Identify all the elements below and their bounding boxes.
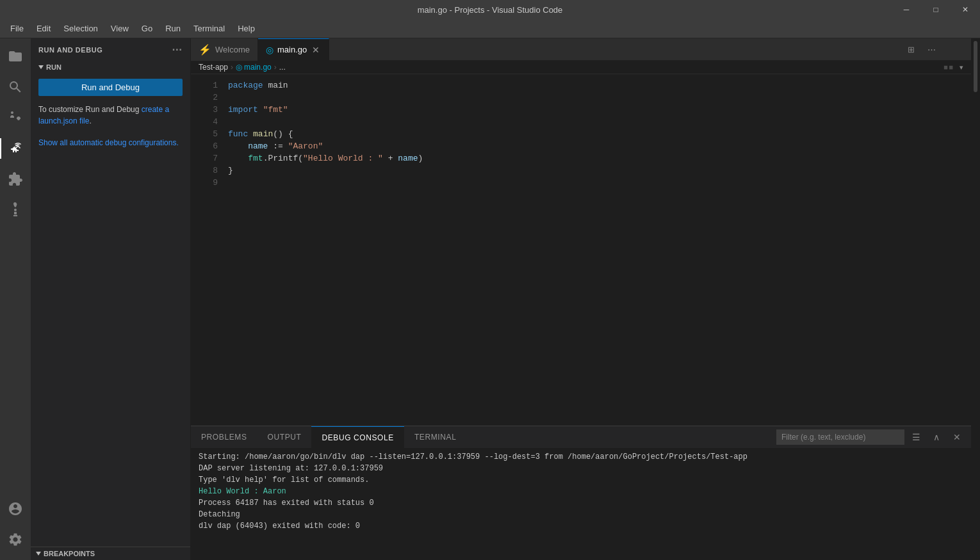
tab-main-go-label: main.go: [277, 45, 307, 54]
filter-input[interactable]: [776, 429, 904, 445]
activity-bar: [0, 38, 31, 560]
menu-edit[interactable]: Edit: [31, 22, 56, 35]
scrollbar-thumb[interactable]: [974, 41, 977, 92]
minimize-button[interactable]: ─: [892, 0, 921, 19]
tab-bar: ⚡ Welcome ◎ main.go ✕ ⊞ ⋯: [191, 38, 971, 61]
activity-account[interactable]: [0, 493, 31, 524]
breakpoints-chevron: [36, 552, 41, 556]
title-bar: main.go - Projects - Visual Studio Code …: [0, 0, 980, 19]
window-controls: ─ □ ✕: [892, 0, 980, 19]
breadcrumb-testapp[interactable]: Test-app: [199, 63, 228, 72]
activity-extensions[interactable]: [0, 164, 31, 195]
activity-source-control[interactable]: [0, 102, 31, 133]
panel-close-icon[interactable]: ✕: [948, 428, 966, 446]
title-text: main.go - Projects - Visual Studio Code: [418, 5, 563, 15]
tab-welcome[interactable]: ⚡ Welcome: [191, 38, 258, 61]
menu-selection[interactable]: Selection: [58, 22, 102, 35]
breadcrumb-go-icon: ◎: [236, 63, 242, 72]
panel-filter-icon[interactable]: ☰: [907, 428, 925, 446]
menu-go[interactable]: Go: [136, 22, 158, 35]
panel-tab-output[interactable]: OUTPUT: [257, 426, 312, 449]
console-line-6: Detaching: [199, 509, 963, 520]
menu-file[interactable]: File: [5, 22, 29, 35]
code-line-6: name := "Aaron": [223, 140, 971, 152]
console-line-3: Type 'dlv help' for list of commands.: [199, 474, 963, 486]
run-and-debug-button[interactable]: Run and Debug: [38, 79, 183, 96]
code-line-4: [223, 116, 971, 128]
menu-run[interactable]: Run: [160, 22, 186, 35]
tab-bar-actions: ⊞ ⋯: [902, 40, 945, 58]
minimap-icon: ≡≡: [943, 63, 954, 71]
breakpoints-label: BREAKPOINTS: [44, 550, 95, 557]
tab-welcome-icon: ⚡: [199, 44, 211, 56]
panel-tab-bar: PROBLEMS OUTPUT DEBUG CONSOLE TERMINAL ☰…: [191, 426, 971, 449]
sidebar-title: Run and Debug: [38, 46, 102, 54]
code-line-8: }: [223, 164, 971, 177]
line-numbers: 1 2 3 4 5 6 7 8 9: [191, 74, 223, 426]
activity-testing[interactable]: [0, 195, 31, 225]
show-debug-configurations-link[interactable]: Show all automatic debug configurations.: [38, 138, 179, 147]
more-actions-icon[interactable]: ⋯: [922, 40, 940, 58]
panel-content: Starting: /home/aaron/go/bin/dlv dap --l…: [191, 449, 971, 560]
run-section-label: RUN: [46, 63, 61, 71]
run-section-title[interactable]: RUN: [31, 61, 190, 74]
console-line-1: Starting: /home/aaron/go/bin/dlv dap --l…: [199, 451, 963, 463]
activity-search[interactable]: [0, 72, 31, 102]
code-line-1: package main: [223, 79, 971, 92]
sidebar-more-icon[interactable]: ⋯: [172, 44, 183, 56]
breakpoints-header[interactable]: BREAKPOINTS: [31, 547, 190, 560]
panel: PROBLEMS OUTPUT DEBUG CONSOLE TERMINAL ☰…: [191, 426, 971, 560]
activity-files[interactable]: [0, 41, 31, 72]
panel-tab-terminal[interactable]: TERMINAL: [404, 426, 466, 449]
console-line-2: DAP server listening at: 127.0.0.1:37959: [199, 463, 963, 474]
menu-terminal[interactable]: Terminal: [188, 22, 230, 35]
split-editor-icon[interactable]: ⊞: [902, 40, 920, 58]
panel-actions: ☰ ∧ ✕: [776, 428, 966, 446]
menu-bar: File Edit Selection View Go Run Terminal…: [0, 19, 980, 38]
tab-close-button[interactable]: ✕: [311, 45, 321, 55]
show-debug-text: Show all automatic debug configurations.: [31, 134, 190, 151]
code-content[interactable]: package main import "fmt" func main() { …: [223, 74, 971, 426]
panel-tab-problems[interactable]: PROBLEMS: [191, 426, 257, 449]
app-body: Run and Debug ⋯ RUN Run and Debug To cus…: [0, 38, 980, 560]
settings-breadcrumb-icon[interactable]: ▾: [960, 63, 963, 72]
run-section-chevron: [38, 65, 44, 69]
sidebar-header: Run and Debug ⋯: [31, 38, 190, 61]
code-editor[interactable]: 1 2 3 4 5 6 7 8 9 package main import "f…: [191, 74, 971, 426]
code-line-9: [223, 177, 971, 189]
scrollbar-area: [971, 38, 980, 560]
menu-view[interactable]: View: [106, 22, 134, 35]
close-button[interactable]: ✕: [951, 0, 980, 19]
code-line-3: import "fmt": [223, 104, 971, 116]
editor-area: ⚡ Welcome ◎ main.go ✕ ⊞ ⋯ Test-app › ◎ma…: [191, 38, 971, 560]
menu-help[interactable]: Help: [233, 22, 260, 35]
console-line-7: dlv dap (64043) exited with code: 0: [199, 520, 963, 532]
tab-main-go[interactable]: ◎ main.go ✕: [258, 38, 329, 61]
code-line-5: func main() {: [223, 128, 971, 140]
activity-bottom: [0, 493, 31, 560]
tab-welcome-label: Welcome: [215, 45, 250, 54]
panel-tab-debug-console[interactable]: DEBUG CONSOLE: [311, 426, 404, 449]
breadcrumb-ellipsis[interactable]: ...: [279, 63, 286, 72]
activity-run-debug[interactable]: [0, 133, 31, 164]
console-line-4: Hello World : Aaron: [199, 486, 963, 497]
console-line-5: Process 64187 has exited with status 0: [199, 497, 963, 509]
breadcrumb-right: ≡≡ ▾: [943, 63, 963, 72]
code-line-2: [223, 92, 971, 104]
sidebar: Run and Debug ⋯ RUN Run and Debug To cus…: [31, 38, 191, 560]
code-line-7: fmt.Printf("Hello World : " + name): [223, 152, 971, 164]
panel-collapse-icon[interactable]: ∧: [927, 428, 945, 446]
breadcrumb: Test-app › ◎main.go › ... ≡≡ ▾: [191, 61, 971, 74]
tab-go-icon: ◎: [266, 45, 274, 55]
customize-text: To customize Run and Debug create a laun…: [31, 101, 190, 129]
breakpoints-section: BREAKPOINTS: [31, 547, 190, 560]
activity-settings[interactable]: [0, 524, 31, 555]
breadcrumb-maingo[interactable]: ◎main.go: [236, 63, 272, 72]
maximize-button[interactable]: □: [921, 0, 951, 19]
